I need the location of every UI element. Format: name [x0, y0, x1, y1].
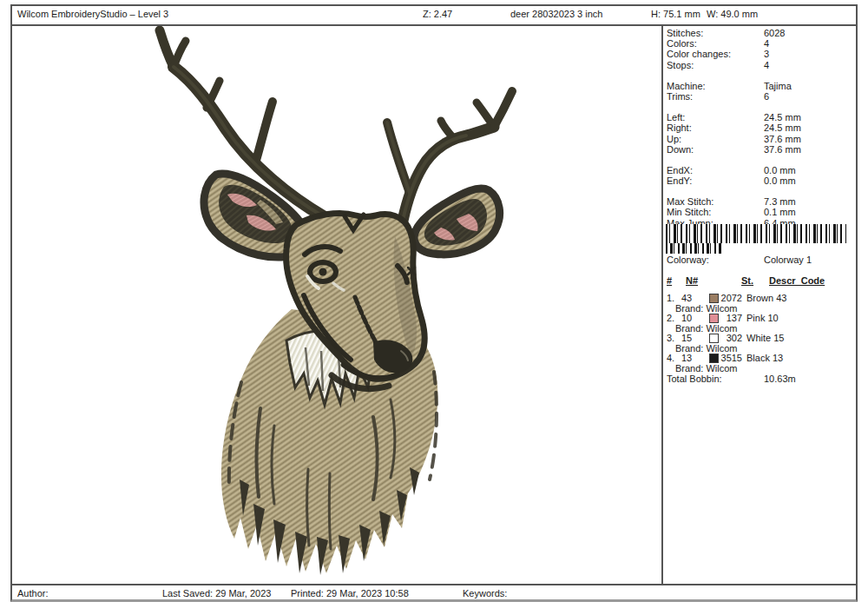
- stat-row: EndX: 0.0 mm: [667, 165, 852, 175]
- thread-stitch-count: 137: [717, 314, 742, 324]
- total-bobbin-value: 10.63m: [764, 374, 796, 384]
- stat-row: Max Stitch: 7.3 mm: [667, 196, 852, 207]
- stat-label: Down:: [667, 144, 694, 155]
- thread-code: 13: [681, 354, 692, 364]
- stat-value: 24.5 mm: [764, 122, 801, 133]
- total-bobbin-row: Total Bobbin: 10.63m: [667, 374, 854, 384]
- stat-label: Left:: [667, 112, 685, 122]
- stat-value: 4: [764, 60, 769, 70]
- stat-label: Up:: [667, 134, 681, 144]
- stat-row: Trims: 6: [667, 91, 852, 102]
- stat-value: 37.6 mm: [764, 144, 801, 155]
- stat-value: 0.1 mm: [764, 207, 796, 217]
- footer-printed: Printed: 29 Mar, 2023 10:58: [291, 588, 409, 598]
- zoom-level: Z: 2.47: [423, 9, 452, 19]
- barcode-graphic-row2: [666, 243, 721, 254]
- total-bobbin-label: Total Bobbin:: [667, 374, 722, 384]
- stat-value: 7.3 mm: [764, 196, 796, 207]
- stat-label: Min Stitch:: [667, 207, 711, 217]
- col-header-num: #: [667, 275, 672, 286]
- thread-desc: Brown 43: [746, 294, 786, 304]
- stat-row: Left: 24.5 mm: [667, 112, 852, 122]
- footer-bar: Author: Last Saved: 29 Mar, 2023 Printed…: [12, 585, 856, 599]
- col-header-code: N#: [686, 275, 698, 286]
- stat-label: Colors:: [667, 38, 697, 49]
- report-page: Wilcom EmbroideryStudio – Level 3 Z: 2.4…: [10, 4, 858, 602]
- thread-code: 43: [681, 294, 692, 304]
- stat-row: Up: 37.6 mm: [667, 134, 852, 144]
- stat-value: 24.5 mm: [764, 112, 801, 122]
- colorway-row: Colorway: Colorway 1: [667, 255, 859, 265]
- thread-desc: Black 13: [746, 354, 783, 364]
- stat-label: EndX:: [667, 165, 693, 175]
- stat-row: Min Stitch: 0.1 mm: [667, 207, 852, 217]
- stat-row: EndY: 0.0 mm: [667, 175, 852, 186]
- colorway-label: Colorway:: [667, 255, 709, 265]
- stat-value: 37.6 mm: [764, 134, 801, 144]
- design-height: H: 75.1 mm: [651, 9, 700, 19]
- col-header-desc: Descr_Code: [769, 275, 825, 286]
- thread-brand: Brand: Wilcom: [667, 364, 854, 374]
- deer-ear-right: [414, 188, 500, 255]
- footer-author: Author:: [17, 588, 48, 598]
- thread-code: 15: [681, 334, 692, 344]
- thread-row: 2. 10 137 Pink 10 Brand: Wilcom: [667, 314, 854, 334]
- header-bar: Wilcom EmbroideryStudio – Level 3 Z: 2.4…: [12, 6, 856, 26]
- thread-row: 3. 15 302 White 15 Brand: Wilcom: [667, 334, 854, 354]
- stat-label: EndY:: [667, 175, 692, 186]
- barcode-graphic: [666, 224, 846, 243]
- thread-code: 10: [681, 314, 692, 324]
- stats-panel: Stitches: 6028 Colors: 4 Color changes: …: [661, 26, 856, 584]
- deer-design-svg: [12, 26, 661, 584]
- thread-num: 4.: [667, 354, 674, 364]
- stat-label: Stitches:: [667, 28, 703, 38]
- stat-row: Stitches: 6028: [667, 28, 852, 38]
- design-canvas: [12, 26, 661, 584]
- stat-row: Machine: Tajima: [667, 81, 852, 91]
- design-name: deer 28032023 3 inch: [510, 9, 602, 19]
- thread-num: 2.: [667, 314, 674, 324]
- stat-value: Tajima: [764, 81, 792, 91]
- thread-row: 1. 43 2072 Brown 43 Brand: Wilcom: [667, 294, 854, 314]
- stat-row: Stops: 4: [667, 60, 852, 70]
- thread-stitch-count: 2072: [717, 294, 742, 304]
- thread-stitch-count: 3515: [717, 354, 742, 364]
- stat-value: 4: [764, 38, 769, 49]
- thread-desc: White 15: [746, 334, 784, 344]
- design-width: W: 49.0 mm: [707, 9, 758, 19]
- stat-label: Machine:: [667, 81, 706, 91]
- stat-label: Stops:: [667, 60, 694, 70]
- stat-row: Colors: 4: [667, 38, 852, 49]
- window-title: Wilcom EmbroideryStudio – Level 3: [17, 9, 168, 19]
- colorway-value: Colorway 1: [764, 255, 812, 265]
- stats-list: Stitches: 6028 Colors: 4 Color changes: …: [667, 28, 852, 228]
- stat-value: 0.0 mm: [764, 175, 796, 186]
- thread-stitch-count: 302: [717, 334, 742, 344]
- stat-value: 6: [764, 91, 769, 102]
- thread-row: 4. 13 3515 Black 13 Brand: Wilcom: [667, 354, 854, 374]
- stat-value: 3: [764, 49, 769, 59]
- stat-row: Down: 37.6 mm: [667, 144, 852, 155]
- thread-num: 1.: [667, 294, 674, 304]
- stat-label: Right:: [667, 122, 692, 133]
- main-area: Stitches: 6028 Colors: 4 Color changes: …: [12, 26, 856, 585]
- stat-label: Color changes:: [667, 49, 731, 59]
- thread-num: 3.: [667, 334, 674, 344]
- stat-label: Max Stitch:: [667, 196, 713, 207]
- stat-value: 6028: [764, 28, 785, 38]
- col-header-stitches: St.: [741, 275, 753, 286]
- stat-row: Color changes: 3: [667, 49, 852, 59]
- stat-row: Right: 24.5 mm: [667, 122, 852, 133]
- thread-table-rows: 1. 43 2072 Brown 43 Brand: Wilcom 2.: [667, 294, 854, 374]
- stat-label: Trims:: [667, 91, 693, 102]
- print-preview-screen: Wilcom EmbroideryStudio – Level 3 Z: 2.4…: [0, 0, 868, 615]
- footer-keywords: Keywords:: [463, 588, 507, 598]
- stat-value: 0.0 mm: [764, 165, 796, 175]
- thread-desc: Pink 10: [746, 314, 779, 324]
- footer-last-saved: Last Saved: 29 Mar, 2023: [162, 588, 271, 598]
